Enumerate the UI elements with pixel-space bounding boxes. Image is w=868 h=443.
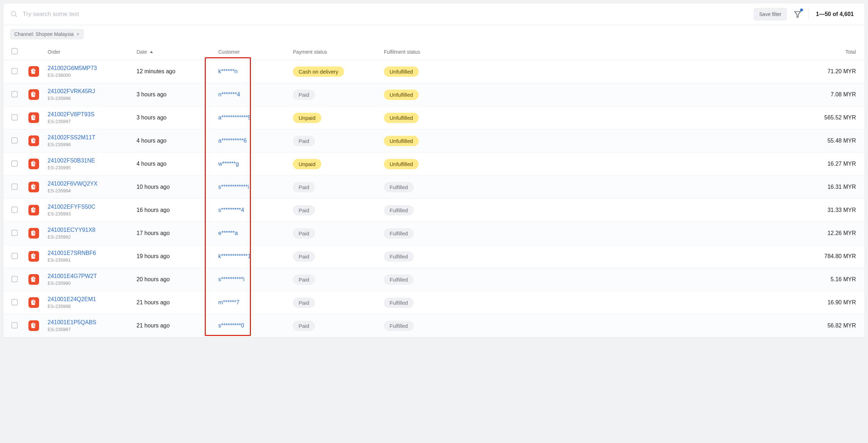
customer-link[interactable]: s************i <box>218 184 249 190</box>
col-customer[interactable]: Customer <box>214 44 289 60</box>
table-row[interactable]: 241002FVRK45RJES-2359983 hours agon*****… <box>4 83 864 106</box>
customer-link[interactable]: k******n <box>218 68 237 74</box>
table-row[interactable]: 241001E4G7PW2TES-23599020 hours agos****… <box>4 268 864 291</box>
search-wrap <box>10 10 749 19</box>
table-wrapper: Order Date Customer Payment status Fulfi… <box>4 44 864 337</box>
search-input[interactable] <box>23 11 749 18</box>
order-ref: ES-235992 <box>48 234 128 240</box>
order-id-link[interactable]: 241001E1P5QABS <box>48 319 128 326</box>
payment-status-badge: Paid <box>293 321 315 331</box>
order-id-link[interactable]: 241001E24Q2EM1 <box>48 296 128 303</box>
fulfilment-status-badge: Unfulfilled <box>384 90 419 100</box>
customer-link[interactable]: k************1 <box>218 253 251 259</box>
row-checkbox[interactable] <box>11 276 18 282</box>
order-id-link[interactable]: 241002FSS2M11T <box>48 134 128 141</box>
order-id-link[interactable]: 241002EFYFS50C <box>48 204 128 210</box>
customer-link[interactable]: m******7 <box>218 299 240 305</box>
order-id-link[interactable]: 241001E7SRNBF6 <box>48 250 128 256</box>
shopee-icon <box>28 297 39 308</box>
order-ref: ES-236000 <box>48 73 128 78</box>
select-all-checkbox[interactable] <box>11 48 18 54</box>
row-checkbox[interactable] <box>11 68 18 74</box>
col-order[interactable]: Order <box>43 44 132 60</box>
shopee-icon <box>28 205 39 215</box>
customer-link[interactable]: w******g <box>218 161 239 167</box>
filter-chip-channel[interactable]: Channel: Shopee Malaysia × <box>10 29 84 39</box>
fulfilment-status-badge: Unfulfilled <box>384 113 419 123</box>
order-date: 19 hours ago <box>136 253 170 259</box>
order-ref: ES-235998 <box>48 96 128 101</box>
filter-button[interactable] <box>791 8 804 21</box>
order-id-link[interactable]: 241002FS0B31NE <box>48 158 128 164</box>
row-checkbox[interactable] <box>11 207 18 213</box>
payment-status-badge: Paid <box>293 90 315 100</box>
close-icon[interactable]: × <box>76 31 79 37</box>
order-id-link[interactable]: 241002FV8PT93S <box>48 111 128 118</box>
svg-line-1 <box>15 15 17 17</box>
filter-indicator-dot <box>800 9 803 11</box>
row-checkbox[interactable] <box>11 299 18 305</box>
customer-link[interactable]: n*******4 <box>218 91 240 97</box>
customer-link[interactable]: s**********i <box>218 276 245 282</box>
table-row[interactable]: 241001ECYY91X8ES-23599217 hours agoe****… <box>4 222 864 245</box>
order-total: 31.33 MYR <box>472 199 864 222</box>
col-fulfilment[interactable]: Fulfilment status <box>380 44 472 60</box>
payment-status-badge: Cash on delivery <box>293 66 344 77</box>
payment-status-badge: Paid <box>293 205 315 215</box>
table-row[interactable]: 241002EFYFS50CES-23599316 hours agos****… <box>4 199 864 222</box>
col-payment[interactable]: Payment status <box>289 44 380 60</box>
orders-panel: Save filter 1—50 of 4,601 Channel: Shope… <box>4 4 864 337</box>
order-total: 7.08 MYR <box>472 83 864 106</box>
order-date: 4 hours ago <box>136 161 167 167</box>
fulfilment-status-badge: Fulfilled <box>384 228 414 239</box>
topbar: Save filter 1—50 of 4,601 <box>4 4 864 25</box>
table-row[interactable]: 241002FS0B31NEES-2359954 hours agow*****… <box>4 153 864 176</box>
row-checkbox[interactable] <box>11 114 18 121</box>
order-id-link[interactable]: 241002FVRK45RJ <box>48 88 128 95</box>
customer-link[interactable]: a**********6 <box>218 138 247 144</box>
svg-marker-3 <box>150 51 153 53</box>
order-id-link[interactable]: 241002G6M5MP73 <box>48 65 128 71</box>
customer-link[interactable]: s*********4 <box>218 207 244 213</box>
payment-status-badge: Unpaid <box>293 159 321 169</box>
table-row[interactable]: 241001E7SRNBF6ES-23599119 hours agok****… <box>4 245 864 268</box>
row-checkbox[interactable] <box>11 91 18 97</box>
pagination-text: 1—50 of 4,601 <box>813 11 858 17</box>
row-checkbox[interactable] <box>11 160 18 167</box>
order-date: 17 hours ago <box>136 230 170 236</box>
order-ref: ES-235988 <box>48 304 128 309</box>
table-row[interactable]: 241002FV8PT93SES-2359973 hours agoa*****… <box>4 106 864 129</box>
order-id-link[interactable]: 241002F6VWQ2YX <box>48 181 128 187</box>
order-total: 5.16 MYR <box>472 268 864 291</box>
customer-link[interactable]: e******a <box>218 230 238 236</box>
save-filter-button[interactable]: Save filter <box>754 8 787 21</box>
row-checkbox[interactable] <box>11 253 18 259</box>
row-checkbox[interactable] <box>11 322 18 329</box>
row-checkbox[interactable] <box>11 183 18 190</box>
order-id-link[interactable]: 241001E4G7PW2T <box>48 273 128 279</box>
order-ref: ES-235993 <box>48 211 128 217</box>
order-id-link[interactable]: 241001ECYY91X8 <box>48 227 128 233</box>
sort-asc-icon <box>150 49 153 55</box>
customer-link[interactable]: a************5 <box>218 114 251 121</box>
row-checkbox[interactable] <box>11 230 18 236</box>
order-total: 71.20 MYR <box>472 60 864 83</box>
col-total[interactable]: Total <box>472 44 864 60</box>
order-total: 16.27 MYR <box>472 153 864 176</box>
table-row[interactable]: 241002F6VWQ2YXES-23599410 hours agos****… <box>4 176 864 199</box>
table-row[interactable]: 241001E24Q2EM1ES-23598821 hours agom****… <box>4 291 864 314</box>
table-row[interactable]: 241001E1P5QABSES-23598721 hours agos****… <box>4 314 864 337</box>
row-checkbox[interactable] <box>11 137 18 144</box>
customer-link[interactable]: s*********0 <box>218 322 244 329</box>
order-ref: ES-235990 <box>48 281 128 286</box>
payment-status-badge: Paid <box>293 228 315 239</box>
order-total: 16.90 MYR <box>472 291 864 314</box>
table-row[interactable]: 241002G6M5MP73ES-23600012 minutes agok**… <box>4 60 864 83</box>
order-total: 565.52 MYR <box>472 106 864 129</box>
table-row[interactable]: 241002FSS2M11TES-2359964 hours agoa*****… <box>4 129 864 153</box>
shopee-icon <box>28 228 39 239</box>
col-date[interactable]: Date <box>132 44 214 60</box>
shopee-icon <box>28 135 39 146</box>
fulfilment-status-badge: Unfulfilled <box>384 66 419 77</box>
order-ref: ES-235995 <box>48 165 128 170</box>
